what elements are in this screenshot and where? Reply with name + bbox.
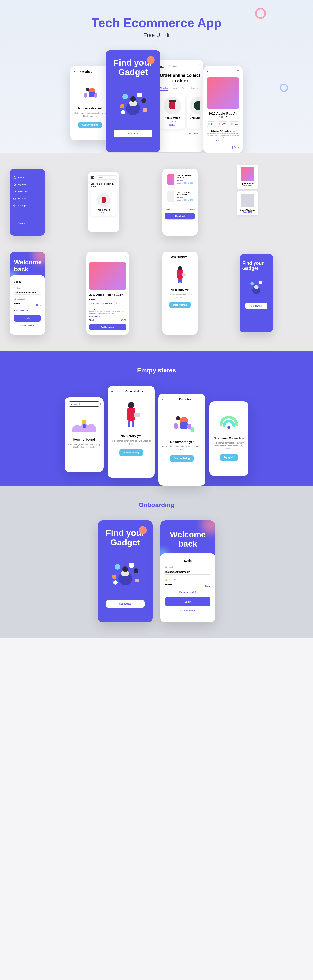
product-card[interactable]: Apple Watch $ 359 bbox=[90, 191, 117, 216]
search-icon bbox=[70, 403, 73, 405]
color-chip[interactable]: Sky Blue bbox=[89, 302, 100, 305]
category-card[interactable]: Apple iPad Air From $579 bbox=[237, 165, 258, 189]
color-chip[interactable] bbox=[114, 302, 120, 305]
cart-total: Total$ 954 bbox=[165, 206, 194, 213]
offer-title: Get Apple TV+ free for a year bbox=[207, 130, 239, 132]
search-input[interactable]: Appp| bbox=[68, 401, 101, 407]
password-label: 🔒 Password bbox=[165, 579, 205, 581]
product-card[interactable]: SAMSUNG bbox=[187, 94, 200, 129]
try-again-button[interactable]: Try again bbox=[220, 454, 238, 461]
create-account-link[interactable]: Create account bbox=[14, 325, 41, 327]
offer-desc: Available when you purchase any new iPho… bbox=[89, 311, 126, 314]
email-field[interactable] bbox=[14, 290, 41, 294]
product-card[interactable]: Apple Watch Series 6 . Red $ 359 bbox=[160, 94, 185, 129]
search-placeholder: Search bbox=[172, 65, 179, 68]
search-input[interactable]: Search bbox=[95, 175, 117, 180]
search-value: Appp| bbox=[74, 403, 80, 405]
svg-point-25 bbox=[178, 266, 182, 270]
create-account-link[interactable]: Create account bbox=[165, 609, 210, 612]
drawer-item[interactable]: Favorites bbox=[13, 188, 41, 195]
empty-states-section: Emtpy states Appp| Item not found Try a … bbox=[0, 351, 313, 486]
back-icon[interactable]: ← bbox=[165, 255, 168, 259]
qty-minus[interactable]: − bbox=[184, 182, 187, 185]
colors-label: Colors bbox=[89, 299, 126, 301]
tab-drones[interactable]: Drones bbox=[191, 87, 198, 91]
tab-phones[interactable]: Phones bbox=[182, 87, 188, 91]
back-icon[interactable]: ← bbox=[89, 255, 92, 259]
login-button[interactable]: Login bbox=[14, 315, 41, 321]
color-chip[interactable]: Sky Blue bbox=[207, 121, 217, 127]
svg-rect-56 bbox=[135, 579, 139, 582]
forgot-link[interactable]: Forgot passcode? bbox=[165, 591, 210, 593]
color-chip[interactable]: Green bbox=[229, 121, 239, 127]
add-basket-button[interactable]: Add to basket bbox=[89, 324, 126, 331]
back-icon[interactable]: ← bbox=[161, 398, 165, 401]
search-input[interactable]: Search bbox=[166, 64, 200, 69]
color-chip[interactable]: Rose Gold bbox=[218, 121, 228, 127]
detail-screen: ← ♡ 2020 Apple iPad Air 10.9" Sky Blue R… bbox=[204, 66, 243, 153]
cart-item-image bbox=[167, 191, 174, 202]
start-ordering-button[interactable]: Start ordering bbox=[78, 121, 101, 128]
category-card[interactable]: Apple MacBook From $679 bbox=[237, 191, 258, 215]
svg-point-22 bbox=[14, 205, 15, 206]
drawer-item[interactable]: Delivery bbox=[13, 195, 41, 202]
password-field[interactable] bbox=[14, 301, 36, 306]
cart-item-price: $579.00 bbox=[177, 179, 193, 181]
tab-laptops[interactable]: Laptops bbox=[171, 87, 179, 91]
qty-minus[interactable]: − bbox=[184, 199, 187, 201]
internet-sub: Your internet connection is currently no… bbox=[212, 441, 245, 450]
svg-point-54 bbox=[134, 568, 138, 573]
hero-subtitle: Free UI Kit bbox=[0, 32, 313, 38]
qty-plus[interactable]: + bbox=[190, 199, 193, 201]
forgot-link[interactable]: Forgot passcode? bbox=[14, 310, 41, 312]
color-chip[interactable]: Rose Gold bbox=[101, 302, 113, 305]
password-field[interactable] bbox=[165, 582, 205, 587]
svg-point-2 bbox=[86, 88, 89, 91]
offer-title: Get Apple TV+ free for a year bbox=[89, 308, 126, 310]
product-image bbox=[164, 97, 181, 115]
menu-icon[interactable] bbox=[90, 177, 94, 178]
start-ordering-button[interactable]: Start ordering bbox=[169, 302, 190, 308]
svg-rect-55 bbox=[112, 575, 116, 579]
signout-item[interactable]: →Sign out bbox=[13, 220, 41, 226]
get-started-button[interactable]: Get started bbox=[106, 600, 145, 608]
full-desc-link[interactable]: Full description → bbox=[207, 140, 239, 142]
svg-rect-36 bbox=[82, 424, 86, 428]
product-variant: Series 6 . Red bbox=[162, 120, 183, 122]
history-screen: ← Order History No history yet Hit the o… bbox=[107, 386, 155, 478]
svg-rect-1 bbox=[89, 92, 95, 97]
find-illustration bbox=[109, 85, 157, 124]
show-password[interactable]: Show bbox=[36, 304, 41, 306]
onboarding-heading: Onboarding bbox=[0, 501, 313, 509]
get-started-button[interactable]: Get started bbox=[245, 302, 267, 309]
svg-rect-40 bbox=[128, 421, 131, 427]
svg-point-18 bbox=[194, 101, 200, 110]
svg-rect-37 bbox=[127, 408, 135, 421]
svg-point-57 bbox=[113, 581, 118, 585]
cart-item-name: 2020 Apple iPad Air 10.9" bbox=[177, 174, 193, 178]
heart-icon[interactable]: ♡ bbox=[123, 255, 126, 259]
drawer-item[interactable]: Settings bbox=[13, 202, 41, 209]
checkout-button[interactable]: Checkout bbox=[165, 213, 194, 220]
see-more-link[interactable]: see more → bbox=[189, 133, 200, 135]
favorites-empty-sub: Hit the orange button down below to Crea… bbox=[161, 445, 202, 451]
drawer-item[interactable]: My orders bbox=[13, 181, 41, 188]
qty-plus[interactable]: + bbox=[190, 182, 193, 185]
tab-wearable[interactable]: Wearable bbox=[160, 87, 168, 91]
start-ordering-button[interactable]: Start ordering bbox=[170, 455, 193, 462]
email-field[interactable] bbox=[165, 570, 210, 575]
detail-title: 2020 Apple iPad Air 10.9" bbox=[89, 293, 126, 296]
welcome-screen: Welcome back Login ✉ Email 🔒 Password Sh… bbox=[160, 520, 215, 622]
heart-icon[interactable]: ♡ bbox=[237, 70, 239, 73]
category-tabs: Wearable Laptops Phones Drones bbox=[160, 87, 200, 91]
back-icon[interactable]: ← bbox=[74, 70, 77, 73]
drawer-item[interactable]: Profile bbox=[13, 174, 41, 181]
back-icon[interactable]: ← bbox=[111, 390, 114, 393]
show-password[interactable]: Show bbox=[205, 585, 210, 587]
cart-item-price: $375.00 bbox=[177, 196, 193, 198]
get-started-button[interactable]: Get started bbox=[114, 130, 152, 137]
back-icon[interactable]: ← bbox=[207, 70, 210, 73]
history-empty-sub: Hit the orange button down below to Crea… bbox=[165, 293, 194, 298]
login-button[interactable]: Login bbox=[165, 597, 210, 606]
start-ordering-button[interactable]: Start ordering bbox=[119, 449, 142, 456]
